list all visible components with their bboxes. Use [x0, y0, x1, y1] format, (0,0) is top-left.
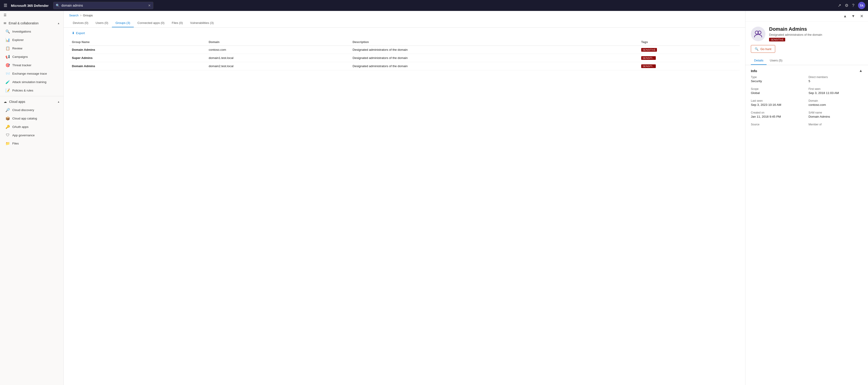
cloud-apps-icon: ☁ [4, 100, 7, 103]
search-input[interactable] [61, 4, 146, 7]
sidebar: ☰ ✉ Email & collaboration ▲ 🔍 Investigat… [0, 11, 64, 385]
threat-tracker-icon: 🎯 [5, 63, 10, 67]
avatar[interactable]: TA [858, 2, 865, 9]
go-hunt-icon: 🔍 [755, 47, 758, 51]
field-scope: Scope Global [751, 87, 805, 95]
detail-title-area: Domain Admins Designated administrators … [745, 22, 868, 45]
info-grid: Type Security Direct members 5 Scope Glo… [751, 76, 863, 127]
oauth-icon: 🔑 [5, 125, 10, 129]
col-header-group-name[interactable]: Group Name [69, 38, 206, 46]
field-first-seen-label: First seen [809, 87, 863, 91]
sidebar-item-review-label: Review [12, 47, 22, 50]
app-title: Microsoft 365 Defender [11, 4, 49, 7]
search-clear-icon[interactable]: ✕ [148, 4, 151, 7]
row-1-description: Designated administrators of the domain [350, 46, 639, 54]
tab-groups[interactable]: Groups (3) [112, 19, 134, 27]
help-icon[interactable]: ? [852, 3, 854, 8]
detail-next-button[interactable]: ▼ [850, 13, 857, 19]
sidebar-item-investigations[interactable]: 🔍 Investigations [0, 27, 63, 36]
sidebar-item-app-governance[interactable]: 🛡 App governance [0, 131, 63, 139]
row-3-domain: domain2.test.local [206, 62, 350, 70]
breadcrumb-current: Groups [83, 13, 93, 17]
table-row[interactable]: Super Admins domain1.test.local Designat… [69, 54, 740, 62]
col-header-tags[interactable]: Tags [639, 38, 740, 46]
exchange-icon: 📨 [5, 71, 10, 76]
tab-files[interactable]: Files (0) [168, 19, 187, 27]
go-hunt-label: Go hunt [761, 47, 771, 51]
sidebar-item-policies-rules[interactable]: 📝 Policies & rules [0, 86, 63, 95]
row-1-domain: contoso.com [206, 46, 350, 54]
sidebar-item-attack-simulation[interactable]: 🧪 Attack simulation training [0, 78, 63, 86]
sidebar-item-oauth-apps[interactable]: 🔑 OAuth apps [0, 123, 63, 131]
field-domain: Domain contoso.com [809, 99, 863, 107]
sidebar-item-cloud-app-catalog[interactable]: 📦 Cloud app catalog [0, 114, 63, 123]
sidebar-item-explorer[interactable]: 📊 Explorer [0, 36, 63, 44]
row-2-group-name: Super Admins [69, 54, 206, 62]
tab-devices[interactable]: Devices (0) [69, 19, 92, 27]
sidebar-item-campaigns[interactable]: 📢 Campaigns [0, 53, 63, 61]
sidebar-divider-1 [0, 96, 63, 96]
detail-entity-subtitle: Designated administrators of the domain [769, 33, 822, 36]
field-member-of: Member of [809, 123, 863, 127]
detail-prev-button[interactable]: ▲ [842, 13, 848, 19]
col-header-domain[interactable]: Domain [206, 38, 350, 46]
email-section-chevron: ▲ [57, 22, 60, 25]
detail-panel: ▲ ▼ ✕ Domain Admins Designated administr… [745, 11, 868, 385]
row-1-group-name: Domain Admins [69, 46, 206, 54]
col-header-description[interactable]: Description [350, 38, 639, 46]
detail-tabs: Details Users (5) [745, 56, 868, 65]
breadcrumb-search-link[interactable]: Search [69, 13, 79, 17]
sidebar-section-cloud-apps[interactable]: ☁ Cloud apps ▲ [0, 98, 63, 106]
tab-connected-apps[interactable]: Connected apps (0) [134, 19, 168, 27]
sidebar-item-policies-label: Policies & rules [12, 89, 33, 92]
field-type: Type Security [751, 76, 805, 83]
sidebar-section-email-label: Email & collaboration [9, 21, 39, 25]
search-icon: 🔍 [56, 4, 60, 7]
tab-users[interactable]: Users (0) [92, 19, 112, 27]
sidebar-item-threat-tracker[interactable]: 🎯 Threat tracker [0, 61, 63, 69]
sidebar-item-campaigns-label: Campaigns [12, 55, 28, 58]
table-row[interactable]: Domain Admins contoso.com Designated adm… [69, 46, 740, 54]
export-button[interactable]: ⬇ Export [69, 30, 88, 36]
share-icon[interactable]: ↗ [838, 3, 841, 8]
sidebar-item-cloud-discovery[interactable]: 🔎 Cloud discovery [0, 106, 63, 114]
sidebar-item-exchange-message-trace[interactable]: 📨 Exchange message trace [0, 69, 63, 78]
sidebar-section-cloud-apps-label: Cloud apps [9, 100, 25, 103]
detail-tab-details[interactable]: Details [751, 56, 767, 65]
detail-panel-header: ▲ ▼ ✕ [745, 11, 868, 22]
table-row[interactable]: Domain Admins domain2.test.local Designa… [69, 62, 740, 70]
row-3-group-name: Domain Admins [69, 62, 206, 70]
sidebar-item-review[interactable]: 📋 Review [0, 44, 63, 53]
export-icon: ⬇ [72, 31, 74, 35]
topbar-icons: ↗ ⚙ ? TA [838, 2, 865, 9]
sidebar-section-email[interactable]: ✉ Email & collaboration ▲ [0, 19, 63, 27]
go-hunt-button[interactable]: 🔍 Go hunt [751, 45, 775, 53]
field-created-on-value: Jan 11, 2018 9:45 PM [751, 115, 805, 118]
field-created-on: Created on Jan 11, 2018 9:45 PM [751, 111, 805, 118]
groups-table: Group Name Domain Description Tags Domai… [69, 38, 740, 70]
sidebar-collapse-btn[interactable]: ☰ [0, 11, 63, 19]
breadcrumb: Search > Groups [64, 11, 745, 17]
info-section-title: Info [751, 69, 757, 73]
search-bar: 🔍 ✕ [53, 2, 153, 9]
sidebar-item-investigations-label: Investigations [12, 30, 31, 33]
field-sam-name-value: Domain Admins [809, 115, 863, 118]
hamburger-icon[interactable]: ☰ [3, 2, 8, 9]
info-collapse-button[interactable]: ▲ [859, 69, 863, 73]
main-content: Search > Groups Devices (0) Users (0) Gr… [64, 11, 745, 385]
field-type-value: Security [751, 80, 805, 83]
field-direct-members-label: Direct members [809, 76, 863, 79]
sidebar-item-files[interactable]: 📁 Files [0, 139, 63, 148]
cloud-catalog-icon: 📦 [5, 116, 10, 121]
export-label: Export [76, 31, 85, 35]
toolbar: ⬇ Export [64, 28, 745, 38]
detail-tab-users[interactable]: Users (5) [767, 56, 786, 65]
app-body: ☰ ✉ Email & collaboration ▲ 🔍 Investigat… [0, 11, 868, 385]
tab-vulnerabilities[interactable]: Vulnerabilities (3) [187, 19, 217, 27]
files-icon: 📁 [5, 141, 10, 146]
row-2-description: Designated administrators of the domain [350, 54, 639, 62]
detail-close-button[interactable]: ✕ [858, 13, 865, 20]
settings-icon[interactable]: ⚙ [845, 3, 848, 8]
field-type-label: Type [751, 76, 805, 79]
sidebar-item-cloud-discovery-label: Cloud discovery [12, 108, 34, 112]
